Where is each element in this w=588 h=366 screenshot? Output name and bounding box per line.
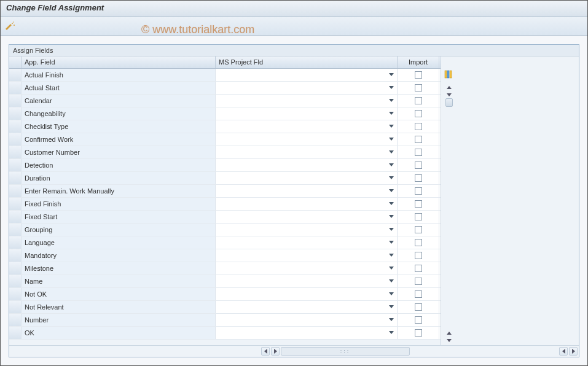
app-field-cell: Not OK xyxy=(22,288,216,300)
row-selector[interactable] xyxy=(9,120,22,133)
ms-project-dropdown[interactable] xyxy=(216,224,398,236)
ms-project-dropdown[interactable] xyxy=(216,301,398,313)
content-area: Assign Fields App. Field MS Project Fld … xyxy=(0,36,588,366)
app-field-cell: OK xyxy=(22,327,216,339)
row-selector[interactable] xyxy=(9,159,22,171)
ms-project-dropdown[interactable] xyxy=(216,172,398,184)
chevron-down-icon xyxy=(389,189,394,192)
row-selector[interactable] xyxy=(9,211,22,223)
import-checkbox[interactable] xyxy=(415,174,422,182)
scroll-right-button-right[interactable] xyxy=(569,347,578,356)
import-checkbox[interactable] xyxy=(415,303,422,311)
import-checkbox[interactable] xyxy=(415,278,422,285)
row-selector[interactable] xyxy=(9,133,22,146)
ms-project-dropdown[interactable] xyxy=(216,159,398,171)
scroll-down-button-bottom[interactable] xyxy=(445,337,453,344)
wand-icon[interactable] xyxy=(5,21,16,32)
ms-project-dropdown[interactable] xyxy=(216,314,398,326)
row-selector[interactable] xyxy=(9,301,22,313)
app-field-cell: Milestone xyxy=(22,262,216,274)
import-checkbox[interactable] xyxy=(415,252,422,259)
import-checkbox[interactable] xyxy=(415,123,422,130)
ms-project-dropdown[interactable] xyxy=(216,69,398,81)
import-checkbox[interactable] xyxy=(415,213,422,220)
svg-point-0 xyxy=(12,23,13,24)
row-selector[interactable] xyxy=(9,95,22,107)
ms-project-dropdown[interactable] xyxy=(216,82,398,94)
column-row-selector[interactable] xyxy=(9,56,22,68)
scroll-thumb[interactable] xyxy=(445,98,453,107)
scroll-up-button[interactable] xyxy=(445,84,453,91)
import-checkbox[interactable] xyxy=(415,136,422,143)
ms-project-dropdown[interactable] xyxy=(216,185,398,197)
import-checkbox[interactable] xyxy=(415,329,422,337)
scroll-track[interactable] xyxy=(445,98,453,329)
table-row: Changeability xyxy=(9,107,441,120)
import-checkbox[interactable] xyxy=(415,110,422,117)
app-field-cell: Duration xyxy=(22,172,216,184)
ms-project-dropdown[interactable] xyxy=(216,95,398,107)
grid-right-gutter xyxy=(441,56,455,345)
configure-columns-icon[interactable] xyxy=(444,70,453,79)
scroll-left-button-right[interactable] xyxy=(559,347,568,356)
table-row: Actual Finish xyxy=(9,69,441,82)
import-checkbox[interactable] xyxy=(415,162,422,169)
row-selector[interactable] xyxy=(9,288,22,300)
app-field-cell: Name xyxy=(22,275,216,287)
row-selector[interactable] xyxy=(9,82,22,94)
ms-project-dropdown[interactable] xyxy=(216,146,398,158)
scroll-down-button[interactable] xyxy=(445,91,453,98)
ms-project-dropdown[interactable] xyxy=(216,120,398,133)
table-row: Grouping xyxy=(9,224,441,236)
chevron-down-icon xyxy=(389,202,394,205)
import-checkbox[interactable] xyxy=(415,200,422,208)
hscroll-track[interactable]: ::: xyxy=(281,347,410,356)
vertical-scrollbar[interactable] xyxy=(444,84,454,344)
ms-project-dropdown[interactable] xyxy=(216,327,398,339)
row-selector[interactable] xyxy=(9,236,22,249)
row-selector[interactable] xyxy=(9,249,22,262)
ms-project-dropdown[interactable] xyxy=(216,211,398,223)
import-checkbox[interactable] xyxy=(415,226,422,233)
import-checkbox[interactable] xyxy=(415,149,422,156)
row-selector[interactable] xyxy=(9,314,22,326)
scroll-left-button[interactable] xyxy=(261,347,270,356)
column-app-field[interactable]: App. Field xyxy=(22,56,216,68)
ms-project-dropdown[interactable] xyxy=(216,249,398,262)
app-field-cell: Detection xyxy=(22,159,216,171)
table-row: Enter Remain. Work Manually xyxy=(9,185,441,198)
import-checkbox[interactable] xyxy=(415,316,422,324)
ms-project-dropdown[interactable] xyxy=(216,107,398,120)
import-checkbox[interactable] xyxy=(415,71,422,79)
row-selector[interactable] xyxy=(9,198,22,210)
ms-project-dropdown[interactable] xyxy=(216,133,398,146)
column-import[interactable]: Import xyxy=(398,56,439,68)
import-checkbox[interactable] xyxy=(415,97,422,104)
scroll-right-button[interactable] xyxy=(271,347,280,356)
row-selector[interactable] xyxy=(9,327,22,339)
import-checkbox[interactable] xyxy=(415,290,422,298)
ms-project-dropdown[interactable] xyxy=(216,275,398,287)
row-selector[interactable] xyxy=(9,107,22,120)
row-selector[interactable] xyxy=(9,224,22,236)
column-ms-project-fld[interactable]: MS Project Fld xyxy=(216,56,398,68)
import-checkbox[interactable] xyxy=(415,239,422,246)
scroll-up-button-bottom[interactable] xyxy=(445,329,453,337)
svg-rect-5 xyxy=(450,71,452,78)
row-selector[interactable] xyxy=(9,275,22,287)
ms-project-dropdown[interactable] xyxy=(216,236,398,249)
import-checkbox[interactable] xyxy=(415,265,422,272)
import-checkbox[interactable] xyxy=(415,84,422,91)
assign-fields-panel: Assign Fields App. Field MS Project Fld … xyxy=(9,44,579,357)
row-selector[interactable] xyxy=(9,185,22,197)
row-selector[interactable] xyxy=(9,146,22,158)
chevron-down-icon xyxy=(389,176,394,179)
ms-project-dropdown[interactable] xyxy=(216,262,398,274)
row-selector[interactable] xyxy=(9,172,22,184)
row-selector[interactable] xyxy=(9,262,22,274)
import-checkbox[interactable] xyxy=(415,187,422,195)
app-field-cell: Actual Finish xyxy=(22,69,216,81)
ms-project-dropdown[interactable] xyxy=(216,288,398,300)
ms-project-dropdown[interactable] xyxy=(216,198,398,210)
row-selector[interactable] xyxy=(9,69,22,81)
